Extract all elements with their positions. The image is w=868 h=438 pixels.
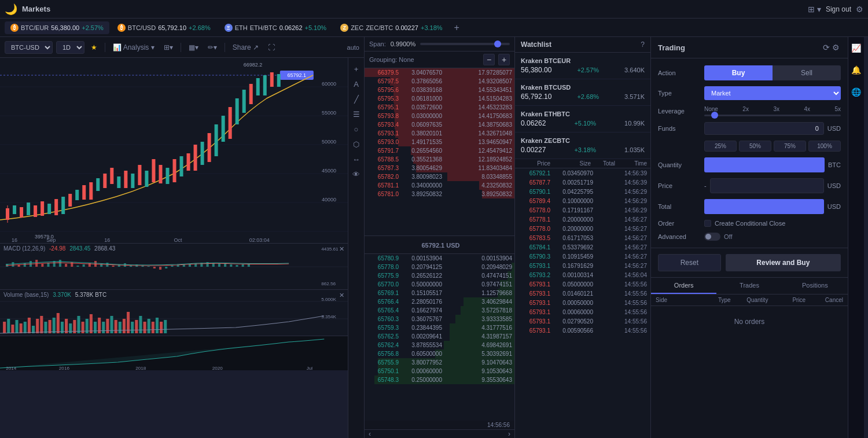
pct-25-button[interactable]: 25% — [704, 141, 737, 152]
ask-row[interactable]: 65787.3 3.80054629 11.83403484 — [365, 164, 514, 172]
buy-button[interactable]: Buy — [704, 65, 773, 80]
bid-row[interactable]: 65769.1 0.15105517 1.12579668 — [365, 289, 514, 297]
analysis-button[interactable]: 📊 Analysis ▾ — [110, 42, 157, 53]
bid-row[interactable]: 65780.9 0.00153904 0.00153904 — [365, 254, 514, 263]
ask-row[interactable]: 65782.0 3.80098023 8.03348855 — [365, 172, 514, 181]
bid-row[interactable]: 65778.0 0.20794125 0.20948029 — [365, 263, 514, 271]
bid-row[interactable]: 65748.3 0.25000000 9.35530643 — [365, 376, 514, 384]
pct-50-button[interactable]: 50% — [739, 141, 771, 152]
add-tab-button[interactable]: + — [451, 23, 463, 33]
mini-overview-chart: 2014 2016 2018 2020 Jul — [0, 336, 348, 370]
advanced-toggle[interactable] — [704, 233, 720, 241]
eye-tool[interactable]: 👁 — [350, 168, 363, 181]
sidebar-globe-icon[interactable]: 🌐 — [850, 86, 863, 98]
tab-orders[interactable]: Orders — [651, 278, 716, 294]
ask-row[interactable]: 65788.5 0.35521368 12.18924852 — [365, 155, 514, 164]
tab-positions[interactable]: Positions — [782, 278, 848, 294]
circle-tool[interactable]: ○ — [350, 123, 363, 135]
ask-row[interactable]: 65795.6 0.03839168 14.55343451 — [365, 86, 514, 94]
funds-input[interactable] — [704, 122, 824, 135]
ask-row[interactable]: 65795.1 0.03572600 14.45323283 — [365, 103, 514, 112]
quantity-input[interactable] — [704, 157, 825, 172]
left-arrow[interactable]: ‹ — [367, 430, 373, 438]
ask-row[interactable]: 66379.5 3.04076570 17.97285077 — [365, 68, 514, 77]
watchlist-item[interactable]: Kraken ETHBTC 0.06262 +5.10% 10.99K — [515, 106, 650, 132]
ask-row[interactable]: 65781.1 0.34000000 4.23250832 — [365, 181, 514, 190]
sign-out-button[interactable]: Sign out — [826, 5, 851, 13]
right-arrow[interactable]: › — [506, 430, 512, 438]
settings-icon[interactable]: ⚙ — [856, 5, 863, 14]
order-checkbox[interactable] — [704, 220, 711, 227]
indicators-button[interactable]: ⊞▾ — [161, 42, 176, 53]
pct-75-button[interactable]: 75% — [774, 141, 806, 152]
sidebar-bell-icon[interactable]: 🔔 — [850, 64, 863, 76]
leverage-slider[interactable] — [704, 115, 841, 116]
bid-row[interactable]: 65760.3 0.36075767 3.93333585 — [365, 315, 514, 323]
svg-rect-72 — [59, 260, 61, 267]
plus-tool[interactable]: + — [350, 62, 363, 75]
price-input[interactable] — [710, 178, 824, 193]
total-currency: USD — [827, 203, 841, 210]
bid-row[interactable]: 65766.4 2.28050176 3.40629844 — [365, 297, 514, 306]
measure-tool[interactable]: ↔ — [350, 153, 363, 165]
bid-row[interactable]: 65762.5 0.00209641 4.31987157 — [365, 332, 514, 341]
grouping-decrease-button[interactable]: − — [483, 54, 495, 65]
grouping-increase-button[interactable]: + — [498, 54, 510, 65]
bid-row[interactable]: 65762.4 3.87855534 4.69842691 — [365, 341, 514, 349]
bid-row[interactable]: 65765.4 0.16627974 3.57257818 — [365, 306, 514, 315]
pct-100-button[interactable]: 100% — [808, 141, 841, 152]
favorite-button[interactable]: ★ — [88, 42, 100, 53]
line-tool[interactable]: ╱ — [350, 93, 363, 105]
ask-row[interactable]: 65793.1 0.38020101 14.32671048 — [365, 129, 514, 138]
text-tool[interactable]: A — [350, 78, 363, 90]
watchlist-item[interactable]: Kraken BTCEUR 56,380.00 +2.57% 3.640K — [515, 53, 650, 79]
bid-row[interactable]: 65770.0 0.50000000 0.97474151 — [365, 280, 514, 289]
main-chart-area[interactable]: 60000 55000 50000 45000 40000 66982.2 39… — [0, 58, 348, 243]
ask-row[interactable]: 65795.3 0.06181000 14.51504283 — [365, 94, 514, 103]
trade-time: 14:55:56 — [615, 281, 647, 288]
trade-size: 0.00590566 — [553, 327, 593, 334]
grid-icon[interactable]: ⊞ ▾ — [808, 5, 821, 14]
ask-row[interactable]: 65793.8 0.03000000 14.41750683 — [365, 112, 514, 120]
sidebar-chart-icon[interactable]: 📈 — [850, 42, 863, 54]
horizontal-line-tool[interactable]: ☰ — [350, 108, 363, 120]
watchlist-item[interactable]: Kraken BTCUSD 65,792.10 +2.68% 3.571K — [515, 79, 650, 106]
macd-close-button[interactable]: ✕ — [339, 245, 344, 253]
trade-time: 14:56:27 — [615, 216, 647, 223]
tab-trades[interactable]: Trades — [716, 278, 782, 294]
review-buy-button[interactable]: Review and Buy — [726, 254, 841, 271]
fullscreen-button[interactable]: ⛶ — [265, 42, 278, 53]
svg-rect-24 — [54, 199, 58, 215]
total-input[interactable] — [704, 199, 824, 214]
sell-button[interactable]: Sell — [773, 65, 841, 80]
ask-row[interactable]: 65797.5 0.37865056 14.93208507 — [365, 77, 514, 86]
shape-tool[interactable]: ⬡ — [350, 138, 363, 150]
ask-row[interactable]: 65781.0 3.89250832 3.89250832 — [365, 190, 514, 198]
trading-refresh-button[interactable]: ⟳ — [822, 42, 831, 53]
leverage-label: Leverage — [658, 108, 704, 115]
draw-button[interactable]: ✏▾ — [205, 42, 220, 53]
reset-button[interactable]: Reset — [658, 254, 721, 271]
watchlist-item[interactable]: Kraken ZECBTC 0.00227 +3.18% 1.035K — [515, 132, 650, 159]
share-button[interactable]: Share ↗ — [230, 42, 262, 53]
candle-type-button[interactable]: ▦▾ — [186, 42, 201, 53]
tab-btc-eur[interactable]: ₿ BTC/EUR 56,380.00 +2.57% — [5, 21, 109, 34]
ask-row[interactable]: 65791.7 0.26554560 12.45479412 — [365, 146, 514, 155]
bid-row[interactable]: 65775.9 0.26526122 0.47474151 — [365, 271, 514, 280]
pair-select[interactable]: BTC-USD — [5, 41, 53, 54]
bid-row[interactable]: 65756.8 0.60500000 5.30392691 — [365, 349, 514, 358]
tab-btc-usd[interactable]: ₿ BTC/USD 65,792.10 +2.68% — [112, 21, 216, 34]
bid-row[interactable]: 65755.9 3.80077952 9.10470643 — [365, 358, 514, 367]
trading-settings-button[interactable]: ⚙ — [831, 42, 841, 53]
ask-row[interactable]: 65793.4 0.06097635 14.38750683 — [365, 120, 514, 129]
bid-row[interactable]: 65750.1 0.00060000 9.10530643 — [365, 367, 514, 376]
watchlist-help-button[interactable]: ? — [641, 41, 645, 49]
span-slider[interactable] — [420, 43, 510, 45]
volume-close-button[interactable]: ✕ — [339, 292, 344, 299]
bid-row[interactable]: 65759.3 0.23844395 4.31777516 — [365, 323, 514, 332]
ask-row[interactable]: 65793.0 1.49171535 13.94650947 — [365, 138, 514, 146]
tab-zec-btc[interactable]: Z ZEC ZEC/BTC 0.00227 +3.18% — [334, 21, 448, 34]
timeframe-select[interactable]: 1D — [56, 41, 84, 54]
tab-eth-btc[interactable]: Ξ ETH ETH/BTC 0.06262 +5.10% — [219, 21, 332, 34]
type-select[interactable]: Market Limit Stop — [704, 86, 841, 100]
